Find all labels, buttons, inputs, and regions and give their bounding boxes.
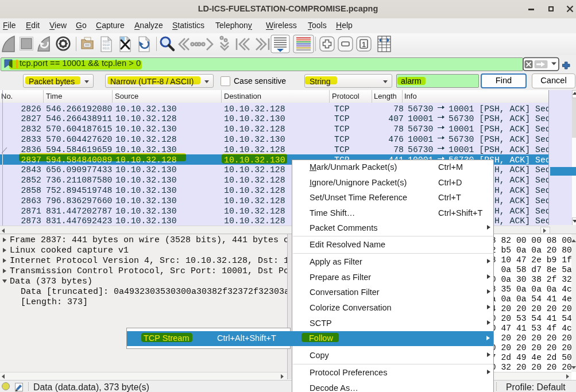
- svg-text:1: 1: [362, 41, 366, 49]
- svg-text:0111: 0111: [103, 47, 110, 51]
